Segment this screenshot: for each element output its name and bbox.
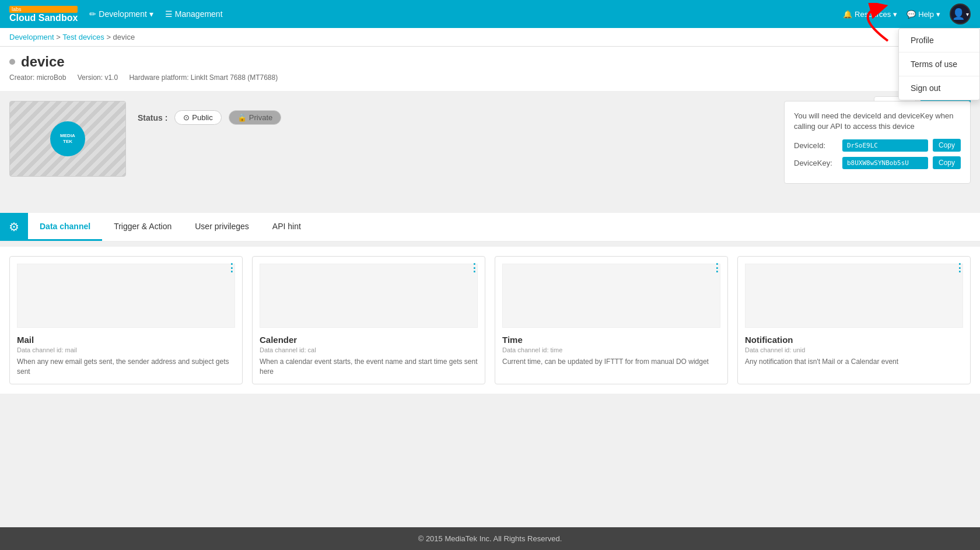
card-channel-id: Data channel id: mail bbox=[17, 346, 235, 353]
devicekey-label: DeviceKey: bbox=[794, 159, 838, 167]
resources-btn[interactable]: 🔔 Resources ▾ bbox=[843, 10, 897, 19]
list-icon: ☰ bbox=[165, 9, 173, 19]
comment-icon: 💬 bbox=[907, 10, 916, 19]
page-title: device bbox=[21, 54, 65, 70]
deviceid-value: DrSoE9LC bbox=[842, 139, 928, 152]
card-image bbox=[17, 264, 235, 328]
deviceid-label: DeviceId: bbox=[794, 141, 838, 150]
private-status-btn[interactable]: 🔒 Private bbox=[229, 110, 281, 125]
bell-icon: 🔔 bbox=[843, 10, 852, 19]
card-image bbox=[502, 264, 720, 328]
tab-api-hint[interactable]: API hint bbox=[261, 213, 313, 241]
user-icon: 👤 bbox=[952, 8, 965, 20]
device-creator: Creator: microBob bbox=[9, 73, 66, 82]
user-avatar-btn[interactable]: 👤 ▾ bbox=[950, 3, 971, 24]
card-item: ⋮ Time Data channel id: time Current tim… bbox=[495, 256, 728, 384]
nav-development[interactable]: ✏ Development ▾ bbox=[89, 9, 153, 19]
device-platform: Hardware platform: LinkIt Smart 7688 (MT… bbox=[129, 73, 278, 82]
dropdown-profile[interactable]: Profile bbox=[899, 29, 979, 52]
breadcrumb: Development > Test devices > device bbox=[0, 28, 980, 47]
tab-trigger-action[interactable]: Trigger & Action bbox=[102, 213, 183, 241]
card-title: Time bbox=[502, 335, 720, 345]
card-title: Calender bbox=[260, 335, 478, 345]
device-status-dot bbox=[9, 59, 15, 65]
content-area: MEDIATEK Status : ⊙ Public 🔒 Private You… bbox=[0, 92, 980, 208]
nav-management[interactable]: ☰ Management bbox=[165, 9, 223, 19]
resources-chevron-icon: ▾ bbox=[893, 10, 897, 19]
breadcrumb-development[interactable]: Development bbox=[9, 33, 54, 41]
logo-badge: labs bbox=[9, 6, 78, 13]
device-version: Version: v1.0 bbox=[78, 73, 118, 82]
card-menu-btn[interactable]: ⋮ bbox=[469, 261, 480, 274]
devicekey-row: DeviceKey: b8UXW8wSYNBob5sU Copy bbox=[794, 156, 961, 169]
breadcrumb-test-devices[interactable]: Test devices bbox=[62, 33, 104, 41]
credentials-description: You will need the deviceId and deviceKey… bbox=[794, 111, 961, 132]
help-btn[interactable]: 💬 Help ▾ bbox=[907, 10, 940, 19]
help-chevron-icon: ▾ bbox=[936, 10, 940, 19]
devicekey-value: b8UXW8wSYNBob5sU bbox=[842, 157, 928, 169]
card-description: Current time, can be updated by IFTTT fo… bbox=[502, 357, 720, 367]
card-menu-btn[interactable]: ⋮ bbox=[712, 261, 723, 274]
card-channel-id: Data channel id: cal bbox=[260, 346, 478, 353]
device-image: MEDIATEK bbox=[9, 101, 126, 177]
user-dropdown-menu: Profile Terms of use Sign out bbox=[898, 28, 980, 100]
breadcrumb-device: device bbox=[113, 33, 135, 41]
card-image bbox=[260, 264, 478, 328]
card-menu-btn[interactable]: ⋮ bbox=[226, 261, 237, 274]
cards-grid: ⋮ Mail Data channel id: mail When any ne… bbox=[0, 247, 980, 394]
card-channel-id: Data channel id: time bbox=[502, 346, 720, 353]
status-label: Status : bbox=[138, 113, 167, 122]
chevron-down-icon: ▾ bbox=[149, 9, 153, 19]
lock-icon: 🔒 bbox=[237, 113, 247, 122]
credentials-panel: You will need the deviceId and deviceKey… bbox=[784, 101, 971, 184]
public-status-btn[interactable]: ⊙ Public bbox=[174, 110, 221, 125]
page-header: device Creator: microBob Version: v1.0 H… bbox=[0, 47, 980, 92]
copy-devicekey-button[interactable]: Copy bbox=[933, 156, 961, 169]
card-menu-btn[interactable]: ⋮ bbox=[954, 261, 965, 274]
main-header: labs Cloud Sandbox ✏ Development ▾ ☰ Man… bbox=[0, 0, 980, 28]
mediatek-logo-icon: MEDIATEK bbox=[60, 133, 75, 144]
dropdown-terms[interactable]: Terms of use bbox=[899, 52, 979, 76]
logo-title: Cloud Sandbox bbox=[9, 13, 78, 23]
tab-user-privileges[interactable]: User privileges bbox=[183, 213, 261, 241]
card-description: When a calendar event starts, the event … bbox=[260, 357, 478, 377]
footer: © 2015 MediaTek Inc. All Rights Reserved… bbox=[0, 527, 980, 550]
card-title: Mail bbox=[17, 335, 235, 345]
tab-data-channel[interactable]: Data channel bbox=[28, 213, 102, 241]
user-dropdown-icon: ▾ bbox=[966, 11, 969, 17]
card-item: ⋮ Notification Data channel id: unid Any… bbox=[737, 256, 971, 384]
footer-text: © 2015 MediaTek Inc. All Rights Reserved… bbox=[418, 534, 562, 543]
tab-gear-btn[interactable]: ⚙ bbox=[0, 213, 28, 241]
card-description: When any new email gets sent, the sender… bbox=[17, 357, 235, 377]
dropdown-signout[interactable]: Sign out bbox=[899, 76, 979, 100]
logo[interactable]: labs Cloud Sandbox bbox=[9, 6, 78, 23]
card-image bbox=[745, 264, 963, 328]
card-title: Notification bbox=[745, 335, 963, 345]
card-item: ⋮ Calender Data channel id: cal When a c… bbox=[252, 256, 485, 384]
gear-icon: ⚙ bbox=[9, 220, 19, 234]
wrench-icon: ✏ bbox=[89, 9, 96, 19]
card-channel-id: Data channel id: unid bbox=[745, 346, 963, 353]
copy-deviceid-button[interactable]: Copy bbox=[933, 139, 961, 152]
header-right: 🔔 Resources ▾ 💬 Help ▾ 👤 ▾ bbox=[843, 3, 971, 24]
deviceid-row: DeviceId: DrSoE9LC Copy bbox=[794, 139, 961, 152]
tabs-bar: ⚙ Data channel Trigger & Action User pri… bbox=[0, 213, 980, 242]
radio-icon: ⊙ bbox=[183, 113, 190, 122]
card-description: Any notification that isn't Mail or a Ca… bbox=[745, 357, 963, 367]
device-meta: Creator: microBob Version: v1.0 Hardware… bbox=[9, 73, 971, 82]
card-item: ⋮ Mail Data channel id: mail When any ne… bbox=[9, 256, 243, 384]
